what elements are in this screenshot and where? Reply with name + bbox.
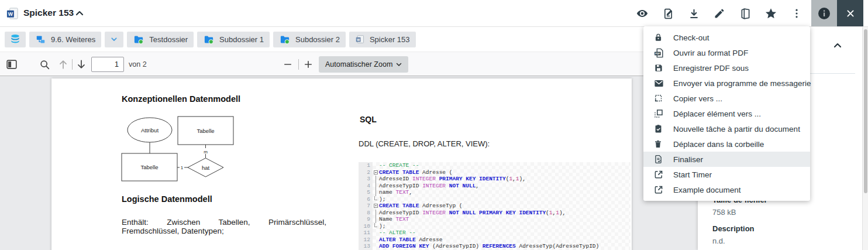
svg-text:W: W (8, 11, 13, 17)
menu-item-label: Finaliser (673, 155, 703, 164)
er-diamond-label: hat (202, 165, 210, 171)
breadcrumb-item-spicker-153[interactable]: WSpicker 153 (349, 32, 416, 47)
zoom-select-label: Automatischer Zoom (325, 60, 392, 69)
er-cardinality-m: m (204, 149, 208, 155)
pencil-button[interactable] (707, 0, 732, 27)
menu-item-finaliser[interactable]: Finaliser (643, 152, 810, 167)
code-line: 1-- CREATE -- (359, 162, 631, 169)
menu-item-envoyer-via-programme-de-messagerie[interactable]: Envoyer via programme de messagerie (643, 76, 810, 91)
menu-item-label: Ouvrir au format PDF (673, 49, 748, 57)
zoom-select[interactable]: Automatischer Zoom (319, 56, 408, 73)
eye-icon (636, 7, 649, 20)
search-button[interactable] (36, 56, 53, 73)
doc-paragraph-line1: Enthält: Zwischen Tabellen, Primärschlüs… (122, 218, 326, 227)
breadcrumb-label: Subdossier 2 (295, 35, 340, 44)
ddl-label: DDL (CREATE, DROP, ALTER, VIEW): (359, 139, 490, 148)
breadcrumb-label: Spicker 153 (370, 35, 410, 44)
code-line: 10); (359, 223, 631, 230)
kebab-button[interactable] (784, 0, 810, 27)
folder-icon (133, 34, 144, 45)
doc-heading-konzeptionell: Konzeptionellen Datenmodell (122, 94, 240, 104)
breadcrumb-item-chevron-down-blue[interactable] (105, 32, 123, 47)
move-icon (653, 108, 664, 119)
code-line: 9Name TEXT (359, 216, 631, 223)
save-icon (653, 63, 664, 73)
panel-field-label: Description (712, 224, 755, 233)
office-icon (739, 8, 752, 20)
zoom-in-button[interactable] (300, 56, 316, 73)
menu-item-copier-vers-[interactable]: Copier vers ... (643, 91, 810, 106)
svg-text:W: W (357, 38, 360, 42)
menu-item-example-document[interactable]: Example document (643, 182, 810, 197)
menu-item-label: Déplacer dans la corbeille (673, 140, 764, 149)
eye-button[interactable] (629, 0, 655, 27)
zoom-out-button[interactable] (280, 56, 296, 73)
file-edit-button[interactable] (655, 0, 681, 27)
sql-code-block: 1-- CREATE --2CREATE TABLE Adresse (3Adr… (359, 162, 631, 250)
menu-item-enregistrer-pdf-sous[interactable]: Enregistrer PDF sous (643, 60, 810, 76)
titlebar-actions (629, 0, 810, 27)
code-line: 5name TEXT, (359, 189, 631, 196)
breadcrumb-label: 9.6. Weiteres (51, 35, 95, 44)
info-button[interactable] (811, 0, 837, 26)
breadcrumb-item-testdossier[interactable]: Testdossier (127, 32, 194, 47)
breadcrumb-item-subdossier-1[interactable]: Subdossier 1 (197, 32, 270, 47)
file-edit-icon (662, 8, 674, 20)
pdf-toolbar: von 2 Automatischer Zoom (0, 52, 698, 76)
menu-item-label: Check-out (673, 33, 709, 42)
doc-heading-logisch: Logische Datenmodell (122, 194, 212, 204)
close-icon (845, 8, 856, 19)
breadcrumb-item-9-6-weiteres[interactable]: 9.6. Weiteres (29, 32, 101, 47)
menu-item-d-placer-l-ment-vers-[interactable]: Déplacer élément vers ... (643, 106, 810, 121)
close-button[interactable] (837, 0, 863, 26)
er-cardinality-1: 1 (181, 165, 184, 170)
next-page-button[interactable] (73, 56, 89, 73)
breadcrumb-item-database[interactable] (5, 32, 26, 47)
previous-page-button[interactable] (55, 56, 71, 73)
download-button[interactable] (681, 0, 707, 27)
chevron-down-icon (395, 60, 403, 69)
menu-item-label: Nouvelle tâche à partir du document (673, 125, 800, 133)
er-rect-left-label: Tabelle (140, 164, 158, 170)
breadcrumb: 9.6. WeiteresTestdossierSubdossier 1Subd… (0, 27, 698, 52)
plus-icon (303, 59, 314, 70)
menu-item-nouvelle-t-che-partir-du-document[interactable]: Nouvelle tâche à partir du document (643, 121, 810, 136)
folder-icon (203, 34, 215, 45)
code-line: 12ALTER TABLE Adresse (359, 237, 631, 244)
toolbar-separator (298, 59, 299, 70)
menu-item-label: Enregistrer PDF sous (673, 64, 749, 73)
panel-collapse-button[interactable] (829, 37, 846, 54)
external-icon (653, 184, 664, 195)
page-number-input[interactable] (91, 57, 124, 72)
star-button[interactable] (758, 0, 784, 27)
code-line: 6); (359, 196, 631, 203)
external-icon (653, 169, 664, 180)
menu-item-label: Start Timer (673, 170, 712, 179)
task-check-icon (653, 124, 664, 134)
menu-item-start-timer[interactable]: Start Timer (643, 167, 810, 182)
code-line: 13ADD FOREIGN KEY (AdresseTypID) REFEREN… (359, 243, 631, 250)
window-scrollbar[interactable] (862, 27, 868, 250)
pdf-file-icon: PDF (653, 47, 664, 59)
pdf-viewer-canvas: Konzeptionellen Datenmodell Attribut Tab… (0, 76, 698, 250)
code-line: 3AdresseID INTEGER PRIMARY KEY IDENTITY(… (359, 176, 631, 183)
scrollbar-thumb[interactable] (864, 29, 867, 193)
finalize-icon (653, 154, 664, 165)
er-diagram: Attribut Tabelle Tabelle hat m 1 (115, 111, 249, 187)
office-button[interactable] (732, 0, 758, 27)
code-line: 11-- ALTER -- (359, 230, 631, 237)
doc-paragraph-line2: Fremdschlüssel, Datentypen; (122, 227, 326, 235)
chevron-down-blue-icon (109, 35, 119, 44)
code-line: 8AdresseTypID INTEGER NOT NULL PRIMARY K… (359, 210, 631, 217)
panel-field-value: n.d. (712, 237, 725, 245)
menu-item-ouvrir-au-format-pdf[interactable]: PDFOuvrir au format PDF (643, 45, 810, 60)
sidebar-toggle-button[interactable] (4, 56, 20, 73)
doc-paragraph: Enthält: Zwischen Tabellen, Primärschlüs… (122, 218, 326, 235)
title-collapse-button[interactable] (74, 6, 89, 21)
database-icon (9, 33, 21, 45)
pdf-page: Konzeptionellen Datenmodell Attribut Tab… (51, 78, 632, 250)
breadcrumb-item-subdossier-2[interactable]: Subdossier 2 (273, 32, 346, 47)
menu-item-d-placer-dans-la-corbeille[interactable]: Déplacer dans la corbeille (643, 136, 810, 152)
mail-icon (653, 78, 664, 89)
menu-item-check-out[interactable]: Check-out (643, 30, 810, 45)
